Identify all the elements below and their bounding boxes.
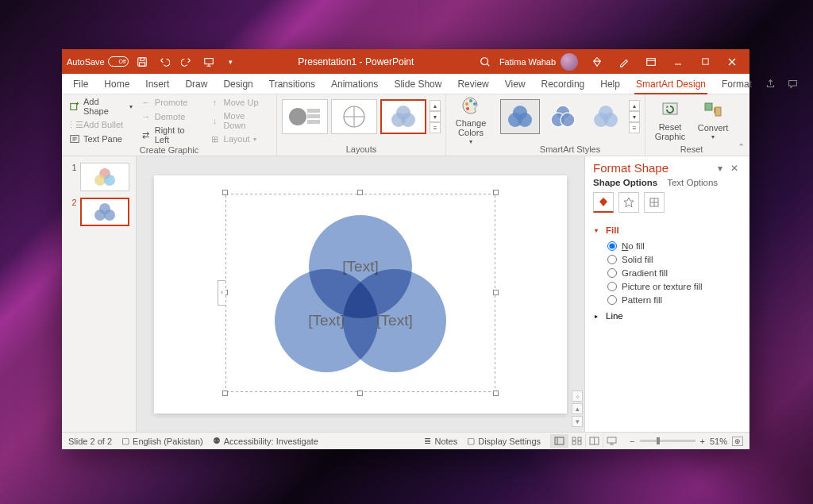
right-to-left-button[interactable]: ⇄Right to Left [138, 125, 204, 145]
resize-handle[interactable] [493, 391, 499, 396]
tab-slideshow[interactable]: Slide Show [386, 74, 449, 94]
user-name: Fatima Wahab [499, 57, 556, 67]
tab-format[interactable]: Format [714, 74, 760, 94]
change-colors-button[interactable]: Change Colors ▾ [451, 96, 491, 144]
language-button[interactable]: ▢English (Pakistan) [121, 436, 203, 446]
style-scroll-up[interactable]: ▴ [629, 100, 640, 111]
effects-icon[interactable] [618, 192, 639, 213]
tab-animations[interactable]: Animations [323, 74, 386, 94]
save-button[interactable] [133, 52, 151, 71]
slide-thumb-1[interactable] [80, 163, 129, 191]
next-slide-button[interactable]: ▾ [572, 416, 583, 427]
resize-handle[interactable] [222, 190, 228, 195]
tab-help[interactable]: Help [592, 74, 628, 94]
tab-transitions[interactable]: Transitions [261, 74, 323, 94]
tab-file[interactable]: File [65, 74, 96, 94]
search-button[interactable] [472, 52, 498, 72]
layout-scroll-up[interactable]: ▴ [430, 100, 441, 111]
qat-more-button[interactable]: ▾ [222, 52, 240, 71]
layout-more[interactable]: ≡ [430, 122, 441, 133]
notes-button[interactable]: ≣Notes [424, 436, 457, 446]
zoom-in-button[interactable]: + [700, 437, 705, 446]
ribbon-display-button[interactable] [638, 52, 664, 72]
fill-line-icon[interactable] [593, 192, 614, 213]
gradient-fill-radio[interactable]: Gradient fill [607, 268, 740, 278]
tab-design[interactable]: Design [215, 74, 260, 94]
text-pane-button[interactable]: Text Pane [67, 133, 135, 145]
tab-insert[interactable]: Insert [137, 74, 177, 94]
add-shape-button[interactable]: Add Shape ▾ [67, 96, 135, 117]
zoom-out-button[interactable]: − [630, 437, 634, 446]
tab-review[interactable]: Review [449, 74, 496, 94]
venn-circle-3[interactable]: [Text] [343, 269, 446, 372]
minimize-button[interactable] [665, 52, 691, 72]
reset-graphic-button[interactable]: Reset Graphic [650, 96, 690, 144]
picture-fill-radio[interactable]: Picture or texture fill [607, 282, 740, 291]
prev-slide-button[interactable]: ▴ [572, 403, 583, 414]
slide-canvas[interactable]: ‹ [Text] [Text] [Text] ⬦ ▴ ▾ [137, 156, 584, 432]
resize-handle[interactable] [357, 391, 363, 396]
layout-option-2[interactable] [331, 99, 377, 134]
close-button[interactable] [719, 52, 745, 72]
account-button[interactable]: Fatima Wahab [499, 53, 578, 71]
mini-venn-icon [93, 168, 117, 186]
resize-handle[interactable] [357, 190, 363, 195]
resize-handle[interactable] [493, 290, 499, 295]
normal-view-button[interactable] [550, 434, 568, 448]
style-more[interactable]: ≡ [629, 122, 640, 133]
slideshow-view-button[interactable] [603, 434, 620, 448]
layout-option-venn[interactable] [380, 99, 426, 134]
shape-options-tab[interactable]: Shape Options [593, 178, 657, 187]
svg-rect-7 [71, 104, 77, 110]
maximize-button[interactable] [692, 52, 718, 72]
reading-view-button[interactable] [585, 434, 603, 448]
text-options-tab[interactable]: Text Options [667, 178, 718, 187]
redo-button[interactable] [178, 52, 195, 71]
tab-view[interactable]: View [497, 74, 534, 94]
resize-handle[interactable] [222, 391, 228, 396]
style-scroll-down[interactable]: ▾ [629, 111, 640, 122]
style-option-1[interactable] [500, 99, 540, 134]
solid-fill-radio[interactable]: Solid fill [607, 255, 740, 264]
convert-button[interactable]: Convert ▾ [693, 96, 733, 144]
book-icon: ▢ [121, 436, 129, 446]
layout-button: ⊞Layout ▾ [207, 133, 272, 145]
resize-handle[interactable] [493, 190, 499, 195]
layout-scroll-down[interactable]: ▾ [430, 111, 441, 122]
tab-home[interactable]: Home [96, 74, 137, 94]
tab-smartart-design[interactable]: SmartArt Design [628, 74, 714, 94]
style-option-3[interactable] [586, 99, 626, 134]
tab-recording[interactable]: Recording [534, 74, 593, 94]
format-shape-pane: Format Shape ▾ ✕ Shape Options Text Opti… [584, 156, 749, 432]
slide-thumb-2[interactable] [80, 198, 129, 226]
pane-close-button[interactable]: ✕ [727, 163, 742, 174]
size-properties-icon[interactable] [644, 192, 665, 213]
autosave-toggle[interactable]: AutoSave Off [67, 56, 129, 67]
zoom-level[interactable]: 51% [710, 437, 727, 446]
collapse-ribbon-button[interactable]: ⌃ [738, 142, 745, 152]
pane-options-button[interactable]: ▾ [713, 163, 727, 174]
zoom-slider[interactable] [640, 440, 695, 442]
start-slideshow-button[interactable] [200, 52, 218, 71]
text-pane-toggle[interactable]: ‹ [218, 280, 225, 306]
pattern-fill-radio[interactable]: Pattern fill [607, 295, 740, 305]
tab-draw[interactable]: Draw [177, 74, 215, 94]
sorter-view-button[interactable] [568, 434, 585, 448]
fit-to-window-button[interactable]: ⊕ [732, 437, 743, 446]
display-settings-button[interactable]: ▢Display Settings [467, 436, 541, 446]
slide-indicator[interactable]: Slide 2 of 2 [68, 437, 112, 446]
layout-option-1[interactable] [282, 99, 328, 134]
prev-slide-button[interactable]: ⬦ [572, 391, 583, 402]
line-section-header[interactable]: ▸Line [595, 308, 740, 324]
share-button[interactable] [760, 75, 780, 93]
style-option-2[interactable] [543, 99, 583, 134]
smartart-selection[interactable]: ‹ [Text] [Text] [Text] [225, 193, 495, 393]
pen-icon[interactable] [611, 52, 637, 72]
diamond-icon[interactable] [584, 52, 610, 72]
accessibility-button[interactable]: ⚉Accessibility: Investigate [213, 436, 318, 446]
undo-button[interactable] [156, 52, 173, 71]
fill-section-header[interactable]: ▾Fill [595, 222, 740, 238]
status-bar: Slide 2 of 2 ▢English (Pakistan) ⚉Access… [62, 432, 749, 449]
no-fill-radio[interactable]: No fill [607, 241, 740, 251]
comments-button[interactable] [782, 75, 803, 93]
